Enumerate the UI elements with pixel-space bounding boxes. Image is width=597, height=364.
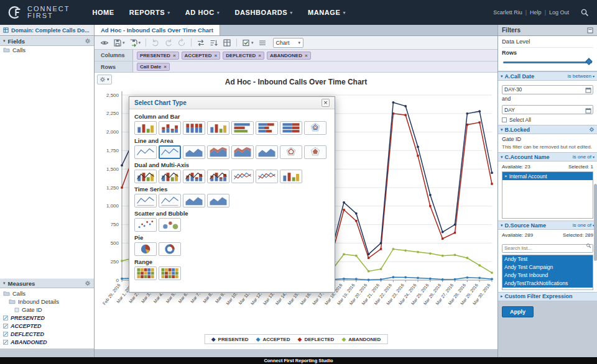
operator-select[interactable]: is one of▾ xyxy=(573,154,595,160)
chart-type-time-series-spline[interactable] xyxy=(159,194,181,207)
gear-icon[interactable] xyxy=(85,280,91,286)
swap-axes-button[interactable] xyxy=(195,37,207,48)
pivot-token-deflected[interactable]: DEFLECTED× xyxy=(223,52,264,60)
chart-type-percent-bar[interactable] xyxy=(280,121,302,135)
field-item-calls[interactable]: Calls xyxy=(0,46,94,54)
chart-type-time-series-heat-map[interactable] xyxy=(159,266,181,280)
gear-icon[interactable] xyxy=(85,38,91,44)
fields-panel-header[interactable]: ▾ Fields xyxy=(0,36,94,46)
tab-adhoc-chart[interactable]: Ad Hoc - Inbound Calls Over Time Chart xyxy=(95,25,220,35)
export-button[interactable]: ▾ xyxy=(127,37,143,48)
save-button[interactable]: ▾ xyxy=(111,37,127,48)
chart-type-percent-area[interactable] xyxy=(231,145,254,159)
undo-button[interactable] xyxy=(149,37,162,48)
chart-type-area-spline[interactable] xyxy=(256,145,278,159)
tree-item-gate-id[interactable]: Gate ID xyxy=(0,306,94,314)
filter-account-header[interactable]: ▾ C.Account Name is one of▾ xyxy=(498,152,597,162)
chart-type-column-line[interactable] xyxy=(134,170,157,183)
minimize-panel-icon[interactable] xyxy=(587,27,593,34)
chevron-right-icon[interactable]: ▸ xyxy=(501,294,503,299)
chart-type-bar[interactable] xyxy=(231,121,254,135)
visibility-button[interactable] xyxy=(98,37,111,48)
view-mode-select[interactable]: Chart▾ xyxy=(273,38,304,48)
calendar-icon[interactable] xyxy=(585,105,591,116)
chart-type-column[interactable] xyxy=(134,121,157,135)
nav-home[interactable]: HOME xyxy=(92,9,114,16)
chart-type-multi-axis-line[interactable] xyxy=(231,170,254,183)
source-item-andy-test[interactable]: Andy Test xyxy=(502,255,593,263)
chart-type-donut[interactable] xyxy=(159,242,181,256)
dialog-titlebar[interactable]: Select Chart Type × xyxy=(129,97,335,109)
chart-type-multi-axis-spline[interactable] xyxy=(256,170,278,183)
legend-item-abandoned[interactable]: ◆ABANDONED xyxy=(341,336,381,342)
tree-item-calls[interactable]: Calls xyxy=(0,289,94,298)
remove-icon[interactable]: × xyxy=(305,53,308,58)
filter-locked-header[interactable]: ▾ B.Locked xyxy=(498,125,597,134)
source-item-andy-test-campaign[interactable]: Andy Test Campaign xyxy=(502,263,593,271)
chevron-down-icon[interactable]: ▾ xyxy=(3,281,6,286)
logout-link[interactable]: Log Out xyxy=(549,9,569,16)
nav-dashboards[interactable]: DASHBOARDS▾ xyxy=(234,9,292,16)
reset-button[interactable] xyxy=(175,37,188,48)
chart-type-scatter[interactable] xyxy=(134,218,157,232)
chart-type-stacked-column-spline[interactable] xyxy=(207,170,229,183)
tree-item-inbound-details[interactable]: Inbound Details xyxy=(0,298,94,306)
help-link[interactable]: Help xyxy=(530,9,542,16)
brand-logo[interactable]: CONNECT FIRST xyxy=(6,4,70,21)
chevron-down-icon[interactable]: ▾ xyxy=(501,155,503,160)
chart-type-spline[interactable] xyxy=(159,145,181,159)
pivot-token-presented[interactable]: PRESENTED× xyxy=(137,52,179,60)
legend-item-deflected[interactable]: ◆DEFLECTED xyxy=(297,336,334,342)
chart-type-area[interactable] xyxy=(183,145,205,159)
chart-type-line[interactable] xyxy=(134,145,157,159)
account-item-internal-account[interactable]: ×Internal Account xyxy=(502,172,593,180)
measure-item-accepted[interactable]: ACCEPTED xyxy=(0,322,94,330)
filters-panel-header[interactable]: Filters xyxy=(497,25,597,35)
source-item-andy-test-inbound[interactable]: Andy Test Inbound xyxy=(502,271,593,280)
chevron-down-icon[interactable]: ▾ xyxy=(501,74,503,79)
chart-type-column-spline[interactable] xyxy=(159,170,181,183)
select-members-button[interactable]: ▾ xyxy=(240,37,256,48)
redo-button[interactable] xyxy=(162,37,175,48)
date-to-input[interactable] xyxy=(502,105,593,114)
chart-type-time-series-area-spline[interactable] xyxy=(207,194,229,207)
chart-settings-button[interactable]: ▾ xyxy=(97,75,112,84)
chevron-down-icon[interactable]: ▾ xyxy=(501,223,503,228)
pivot-token-abandoned[interactable]: ABANDONED× xyxy=(267,52,311,60)
slider-track[interactable] xyxy=(503,61,592,63)
domain-label[interactable]: Domain: Complete Calls Do... xyxy=(0,25,95,35)
nav-reports[interactable]: REPORTS▾ xyxy=(129,9,170,16)
chart-type-time-series-area[interactable] xyxy=(183,194,205,207)
filter-source-header[interactable]: ▾ D.Source Name is one of▾ xyxy=(498,221,597,230)
remove-icon[interactable]: × xyxy=(164,64,167,70)
chevron-down-icon[interactable]: ▾ xyxy=(501,127,503,132)
sort-button[interactable] xyxy=(208,37,220,48)
remove-icon[interactable]: × xyxy=(504,173,507,179)
chart-type-pie[interactable] xyxy=(134,242,157,256)
data-level-slider[interactable] xyxy=(503,59,592,65)
pivot-token-call-date[interactable]: Call Date× xyxy=(137,63,170,71)
measure-item-abandoned[interactable]: ABANDONED xyxy=(0,338,94,346)
nav-manage[interactable]: MANAGE▾ xyxy=(308,9,346,16)
chart-type-spider-area[interactable] xyxy=(304,145,326,159)
slider-handle[interactable] xyxy=(585,58,592,65)
chart-type-stacked-area[interactable] xyxy=(207,145,229,159)
close-icon[interactable]: × xyxy=(322,99,330,107)
apply-button[interactable]: Apply xyxy=(502,306,534,317)
nav-ad-hoc[interactable]: AD HOC▾ xyxy=(185,9,220,16)
legend-item-accepted[interactable]: ◆ACCEPTED xyxy=(256,336,290,342)
layout-grid-button[interactable] xyxy=(221,37,233,48)
measure-item-deflected[interactable]: DEFLECTED xyxy=(0,330,94,338)
measure-item-presented[interactable]: PRESENTED xyxy=(0,314,94,322)
chart-type-stacked-column-line[interactable] xyxy=(183,170,205,183)
operator-select[interactable]: is between▾ xyxy=(568,73,595,79)
measures-panel-header[interactable]: ▾ Measures xyxy=(0,278,94,288)
source-item-andytesttracknotifications[interactable]: AndyTestTrackNotifications xyxy=(502,280,593,288)
remove-icon[interactable]: × xyxy=(215,53,218,58)
search-icon[interactable] xyxy=(586,243,591,248)
calendar-icon[interactable] xyxy=(585,84,591,96)
search-icon[interactable] xyxy=(578,6,591,19)
chart-type-spider-column[interactable] xyxy=(304,121,326,135)
user-name[interactable]: Scarlett Riu xyxy=(493,9,522,16)
search-list-input[interactable] xyxy=(502,244,593,253)
